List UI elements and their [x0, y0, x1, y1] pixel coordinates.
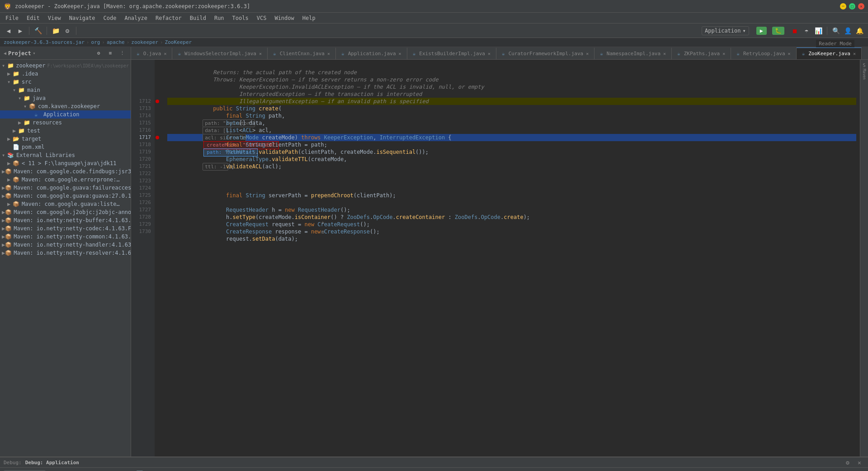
tab-o-java[interactable]: ☕ O.java ✕	[131, 48, 172, 59]
tab-close-o[interactable]: ✕	[164, 51, 166, 56]
menu-navigate[interactable]: Navigate	[66, 14, 99, 22]
sidebar-collapse-all[interactable]: ⋮	[117, 48, 127, 58]
tab-application[interactable]: ☕ Application.java ✕	[336, 48, 407, 59]
tree-target[interactable]: ▶📂 target	[0, 135, 131, 143]
tab-close-exists[interactable]: ✕	[488, 51, 491, 56]
tab-close-client[interactable]: ✕	[327, 51, 330, 56]
debug-stop[interactable]: ■	[157, 470, 166, 471]
tree-application[interactable]: ☕ Application	[0, 110, 131, 119]
tree-java[interactable]: ▾📁 java	[0, 94, 131, 102]
app-config-selector[interactable]: Application ▾	[702, 26, 749, 35]
tree-lib-netty-handler[interactable]: ▶📦 Maven: io.netty:netty-handler:4.1.63.…	[0, 241, 131, 249]
breakpoint-1712[interactable]	[156, 100, 159, 103]
debug-step-into[interactable]: ↓	[103, 470, 112, 471]
sidebar-header: ◀ Project ▾ ⚙ ≡ ⋮	[0, 47, 131, 60]
bc-zookeeper-class[interactable]: ZooKeeper	[165, 39, 192, 45]
debug-settings[interactable]: ⚙	[843, 457, 853, 467]
tab-close-retry[interactable]: ✕	[788, 51, 791, 56]
tab-zookeeper[interactable]: ☕ ZooKeeper.java ✕	[797, 48, 862, 59]
tree-main[interactable]: ▾📁 main	[0, 86, 131, 94]
maximize-button[interactable]: □	[849, 3, 855, 10]
tree-test[interactable]: ▶📁 test	[0, 127, 131, 135]
code-content[interactable]: Returns: the actual path of the created …	[164, 60, 860, 457]
tree-pom[interactable]: 📄 pom.xml	[0, 143, 131, 151]
tab-exists-builder[interactable]: ☕ ExistsBuilderImpl.java ✕	[407, 48, 496, 59]
tab-close-curator[interactable]: ✕	[586, 51, 589, 56]
tree-src[interactable]: ▾📁 src	[0, 78, 131, 86]
bc-apache[interactable]: apache	[107, 39, 125, 45]
tree-external-libs[interactable]: ▾📚 External Libraries	[0, 151, 131, 159]
toolbar-settings[interactable]: ⚙	[62, 26, 72, 36]
debug-resume[interactable]: ▶	[146, 470, 155, 471]
tree-lib-listenablefuture[interactable]: ▶📦 Maven: com.google.guava:listenablefut…	[0, 200, 131, 208]
menu-run[interactable]: Run	[211, 14, 228, 22]
bc-zookeeper-pkg[interactable]: zookeeper	[131, 39, 158, 45]
sidebar-expand-all[interactable]: ≡	[105, 48, 115, 58]
tab-client-cnxn[interactable]: ☕ ClientCnxn.java ✕	[268, 48, 336, 59]
toolbar-build[interactable]: 🔨	[33, 26, 43, 36]
breakpoint-1717[interactable]	[156, 136, 159, 139]
tab-retryloop[interactable]: ☕ RetryLoop.java ✕	[731, 48, 796, 59]
tree-lib-j2objc[interactable]: ▶📦 Maven: com.google.j2objc:j2objc-annot…	[0, 208, 131, 216]
tree-package[interactable]: ▾📦 com.kaven.zookeeper	[0, 102, 131, 110]
sidebar-settings[interactable]: ⚙	[94, 48, 104, 58]
sidebar-collapse-icon[interactable]: ◀	[4, 51, 6, 56]
tab-curator[interactable]: ☕ CuratorFrameworkImpl.java ✕	[496, 48, 594, 59]
minimize-button[interactable]: ─	[840, 3, 846, 10]
tree-idea[interactable]: ▶📁 .idea	[0, 70, 131, 78]
toolbar-user[interactable]: 👤	[843, 26, 853, 36]
toolbar-stop[interactable]: ■	[790, 26, 800, 36]
menu-help[interactable]: Help	[299, 14, 319, 22]
right-structure-icon[interactable]: S	[861, 62, 868, 69]
toolbar-search[interactable]: 🔍	[831, 26, 841, 36]
tab-namespace[interactable]: ☕ NamespaceImpl.java ✕	[594, 48, 672, 59]
menu-vcs[interactable]: VCS	[253, 14, 270, 22]
tree-lib-errorprone[interactable]: ▶📦 Maven: com.google.errorprone:error_pr…	[0, 176, 131, 184]
run-button[interactable]: ▶	[756, 27, 767, 35]
menu-window[interactable]: Window	[271, 14, 297, 22]
tab-close-app[interactable]: ✕	[399, 51, 401, 56]
menu-edit[interactable]: Edit	[23, 14, 43, 22]
tab-windows-selector[interactable]: ☕ WindowsSelectorImpl.java ✕	[172, 48, 268, 59]
menu-tools[interactable]: Tools	[229, 14, 252, 22]
tree-root[interactable]: ▾📁 zookeeper F:\workspace\IDEA\my\zookee…	[0, 62, 131, 70]
tab-close-zkpaths[interactable]: ✕	[722, 51, 725, 56]
tree-lib-netty-resolver[interactable]: ▶📦 Maven: io.netty:netty-resolver:4.1.63…	[0, 249, 131, 257]
menu-view[interactable]: View	[44, 14, 65, 22]
toolbar-notifications[interactable]: 🔔	[854, 26, 864, 36]
toolbar-profile[interactable]: 📊	[813, 26, 823, 36]
tree-lib-findbugs[interactable]: ▶📦 Maven: com.google.code.findbugs:jsr30…	[0, 167, 131, 176]
toolbar-coverage[interactable]: ☂	[802, 26, 811, 36]
menu-code[interactable]: Code	[100, 14, 120, 22]
tree-resources[interactable]: ▶📁 resources	[0, 119, 131, 127]
tab-close-windows[interactable]: ✕	[259, 51, 262, 56]
toolbar-project[interactable]: 📁	[51, 26, 61, 36]
menu-build[interactable]: Build	[186, 14, 210, 22]
debug-button[interactable]: 🐛	[772, 27, 784, 35]
bc-root[interactable]: zookeeper-3.6.3-sources.jar	[4, 39, 85, 45]
tree-lib-failureaccess[interactable]: ▶📦 Maven: com.google.guava:failureaccess…	[0, 184, 131, 192]
debug-step-over[interactable]: ↷	[92, 470, 101, 471]
tab-close-zookeeper[interactable]: ✕	[853, 51, 856, 56]
debug-run-cursor[interactable]: ↪	[124, 470, 133, 471]
toolbar-sep-1	[29, 27, 29, 35]
bc-org[interactable]: org	[91, 39, 100, 45]
tree-lib-netty-common[interactable]: ▶📦 Maven: io.netty:netty-common:4.1.63.F…	[0, 233, 131, 241]
debug-step-out[interactable]: ↑	[113, 470, 123, 471]
toolbar-forward[interactable]: ▶	[15, 26, 25, 36]
toolbar-back[interactable]: ◀	[4, 26, 14, 36]
sidebar-expand-icon[interactable]: ▾	[33, 51, 36, 56]
menu-refactor[interactable]: Refactor	[152, 14, 185, 22]
debug-close[interactable]: ✕	[854, 457, 864, 467]
menu-file[interactable]: File	[2, 14, 22, 22]
right-maven-icon[interactable]: Maven	[861, 71, 868, 78]
close-button[interactable]: ✕	[858, 3, 864, 10]
tree-lib-netty-codec[interactable]: ▶📦 Maven: io.netty:netty-codec:4.1.63.Fi…	[0, 224, 131, 233]
tree-lib-netty-buffer[interactable]: ▶📦 Maven: io.netty:netty-buffer:4.1.63.F…	[0, 216, 131, 224]
tree-jdk[interactable]: ▶📦 < 11 > F:\language\java\jdk11	[0, 159, 131, 167]
tab-zkpaths[interactable]: ☕ ZKPaths.java ✕	[672, 48, 731, 59]
tree-lib-guava[interactable]: ▶📦 Maven: com.google.guava:guava:27.0.1-…	[0, 192, 131, 200]
tab-close-namespace[interactable]: ✕	[663, 51, 666, 56]
debug-evaluate[interactable]: 🔢	[135, 470, 144, 471]
menu-analyze[interactable]: Analyze	[121, 14, 151, 22]
